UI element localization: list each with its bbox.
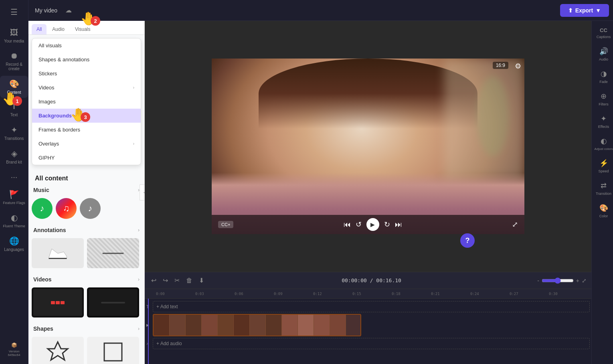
rewind-button[interactable]: ↺ bbox=[356, 220, 362, 229]
timeline-zoom-bar: - + ⤢ bbox=[537, 277, 587, 284]
sidebar-item-label: Record &create bbox=[6, 62, 22, 71]
skip-start-button[interactable]: ⏮ bbox=[344, 220, 351, 229]
sidebar-item-your-media[interactable]: 🖼 Your media bbox=[0, 25, 28, 47]
shape-item-1[interactable] bbox=[32, 337, 84, 364]
redo-button[interactable]: ↪ bbox=[161, 275, 170, 286]
sidebar-item-fluent-theme[interactable]: ◐ Fluent Theme bbox=[0, 210, 28, 231]
ruler-marks: 0:00 0:03 0:06 0:09 0:12 0:15 0:18 0:21 … bbox=[153, 292, 588, 296]
video-track-label: ▶ bbox=[146, 323, 151, 327]
sidebar-right-color[interactable]: 🎨 Color bbox=[592, 200, 613, 221]
text-icon: T bbox=[12, 103, 16, 111]
preview-settings-icon[interactable]: ⚙ bbox=[515, 62, 521, 71]
tab-audio[interactable]: Audio bbox=[47, 24, 69, 34]
sidebar-item-label: Version645bc64 bbox=[8, 350, 20, 357]
dropdown-item-all-visuals[interactable]: All visuals bbox=[32, 38, 141, 53]
sidebar-right-filters[interactable]: ⊕ Filters bbox=[592, 89, 613, 109]
dropdown-item-videos[interactable]: Videos › bbox=[32, 81, 141, 95]
play-button[interactable]: ▶ bbox=[366, 218, 379, 231]
sidebar-item-label: Feature Flags bbox=[3, 201, 25, 205]
export-dropdown-arrow: ▼ bbox=[595, 7, 601, 14]
skip-end-button[interactable]: ⏭ bbox=[395, 220, 402, 229]
sidebar-right-effects[interactable]: ✦ Effects bbox=[592, 111, 613, 132]
sidebar-item-record[interactable]: ⏺ Record &create bbox=[0, 48, 28, 74]
hamburger-menu-button[interactable]: ☰ bbox=[6, 4, 22, 20]
tab-visuals[interactable]: Visuals bbox=[70, 24, 95, 34]
cc-button[interactable]: CC+ bbox=[218, 221, 233, 228]
sidebar-item-brand-kit[interactable]: ◈ Brand kit bbox=[0, 146, 28, 168]
transition-label: Transition bbox=[596, 192, 611, 196]
sidebar-item-transitions[interactable]: ✦ Transitions bbox=[0, 122, 28, 144]
sidebar-item-text[interactable]: T Text bbox=[0, 99, 28, 120]
undo-button[interactable]: ↩ bbox=[150, 275, 158, 286]
shape-item-2[interactable] bbox=[87, 337, 139, 364]
dropdown-item-shapes-annotations[interactable]: Shapes & annotations bbox=[32, 53, 141, 67]
sidebar-item-more[interactable]: ··· bbox=[0, 169, 28, 185]
video-track-area[interactable] bbox=[153, 314, 590, 336]
save-to-local-button[interactable]: ⬇ bbox=[197, 275, 206, 286]
music-item-3[interactable]: ♪ bbox=[80, 198, 101, 219]
zoom-out-button[interactable]: - bbox=[537, 277, 539, 284]
tab-all[interactable]: All bbox=[32, 24, 47, 34]
filters-icon: ⊕ bbox=[601, 92, 607, 101]
sidebar-right-audio[interactable]: 🔊 Audio bbox=[592, 44, 613, 65]
audio-right-icon: 🔊 bbox=[599, 47, 608, 56]
zoom-in-button[interactable]: + bbox=[576, 277, 579, 284]
annotation-item-2[interactable] bbox=[87, 238, 139, 268]
video-preview: CC+ ⏮ ↺ ▶ ↻ ⏭ ⤢ ⚙ bbox=[212, 59, 524, 234]
sidebar-item-content[interactable]: 🎨 Content bbox=[0, 76, 28, 98]
sidebar-item-version: 📦 Version645bc64 bbox=[0, 339, 28, 360]
fast-forward-button[interactable]: ↻ bbox=[384, 220, 390, 229]
zoom-slider[interactable] bbox=[542, 277, 574, 284]
timeline: ↩ ↪ ✂ 🗑 ⬇ 00:00:00 / 00:16.10 bbox=[145, 272, 591, 364]
section-header-videos[interactable]: Videos › bbox=[32, 273, 141, 286]
project-title[interactable]: My video bbox=[35, 7, 57, 14]
sidebar-right-adjust-colors[interactable]: ◐ Adjust colors bbox=[592, 133, 613, 154]
sidebar-right-speed[interactable]: ⚡ Speed bbox=[592, 156, 613, 176]
music-item-1[interactable]: ♪ bbox=[32, 198, 53, 219]
sidebar-right-transition[interactable]: ⇄ Transition bbox=[592, 178, 613, 199]
preview-expand-button[interactable]: ⤢ bbox=[512, 220, 518, 229]
sidebar-right-fade[interactable]: ◑ Fade bbox=[592, 66, 613, 87]
svg-rect-3 bbox=[104, 343, 122, 361]
export-button[interactable]: ⬆ Export ▼ bbox=[560, 4, 609, 17]
audio-track-area: + Add audio bbox=[153, 338, 590, 349]
content-icon: 🎨 bbox=[9, 79, 19, 89]
cut-button[interactable]: ✂ bbox=[173, 275, 181, 286]
all-content-label: All content bbox=[32, 172, 141, 184]
shapes-section-arrow: › bbox=[138, 326, 140, 332]
dropdown-item-giphy[interactable]: GIPHY bbox=[32, 151, 141, 165]
dropdown-item-images[interactable]: Images bbox=[32, 95, 141, 109]
section-header-annotations[interactable]: Annotations › bbox=[32, 224, 141, 237]
section-header-music[interactable]: Music › bbox=[32, 184, 141, 196]
dropdown-item-overlays[interactable]: Overlays › bbox=[32, 137, 141, 151]
sidebar-item-label: Languages bbox=[4, 247, 24, 252]
shapes-items-row bbox=[32, 335, 141, 364]
record-icon: ⏺ bbox=[10, 51, 18, 61]
sidebar-item-feature-flags[interactable]: 🚩 Feature Flags bbox=[0, 186, 28, 208]
sidebar-right-captions[interactable]: CC Captions bbox=[592, 24, 613, 42]
filters-label: Filters bbox=[599, 102, 609, 106]
add-audio-button[interactable]: + Add audio bbox=[156, 341, 182, 346]
expand-timeline-button[interactable]: ⤢ bbox=[582, 277, 587, 284]
text-track-row: T + Add text bbox=[145, 300, 591, 313]
video-clip[interactable] bbox=[153, 314, 361, 336]
dropdown-item-frames-borders[interactable]: Frames & borders bbox=[32, 123, 141, 137]
video-track-row: ▶ bbox=[145, 313, 591, 337]
audio-track: + Add audio bbox=[153, 338, 590, 349]
dropdown-item-stickers[interactable]: Stickers bbox=[32, 67, 141, 81]
dropdown-item-backgrounds[interactable]: Backgrounds bbox=[32, 109, 141, 123]
video-item-1[interactable] bbox=[32, 287, 84, 317]
add-text-button[interactable]: + Add text bbox=[156, 304, 178, 309]
sidebar-item-label: Your media bbox=[4, 39, 24, 43]
sidebar-item-languages[interactable]: 🌐 Languages bbox=[0, 233, 28, 255]
video-item-2[interactable] bbox=[87, 287, 139, 317]
playhead[interactable] bbox=[148, 299, 149, 364]
svg-marker-0 bbox=[49, 249, 67, 258]
panel-collapse-button[interactable]: ‹ bbox=[140, 184, 145, 200]
section-header-shapes[interactable]: Shapes › bbox=[32, 322, 141, 335]
annotation-item-1[interactable] bbox=[32, 238, 84, 268]
music-item-2[interactable]: ♫ bbox=[56, 198, 77, 219]
center-area: CC+ ⏮ ↺ ▶ ↻ ⏭ ⤢ ⚙ bbox=[145, 21, 591, 364]
save-icon[interactable]: ☁ bbox=[65, 6, 72, 14]
delete-button[interactable]: 🗑 bbox=[184, 275, 194, 286]
